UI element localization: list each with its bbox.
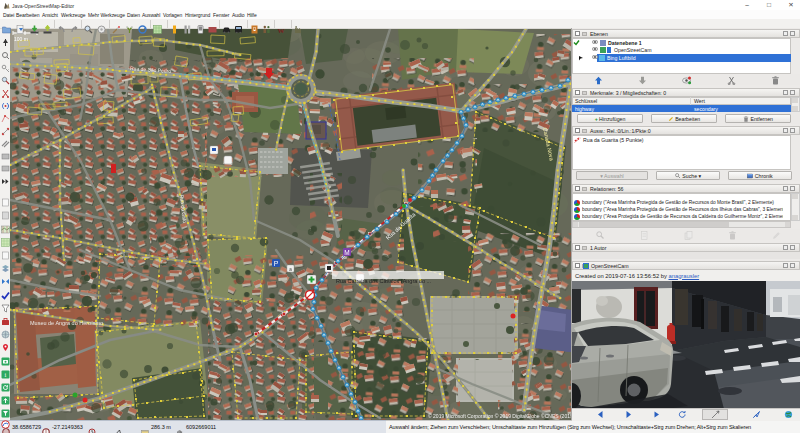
svg-text:W: W — [278, 26, 285, 34]
svg-text:Rua Carreira dos Cavalos (Angr: Rua Carreira dos Cavalos (Angra do ... — [336, 278, 432, 284]
svg-text:Museu de Angra do Heroísmo: Museu de Angra do Heroísmo — [30, 320, 103, 326]
svg-text:100 m: 100 m — [14, 36, 28, 42]
svg-text:M: M — [344, 249, 349, 256]
svg-text:P: P — [274, 260, 279, 267]
svg-text:i: i — [4, 371, 6, 378]
svg-text:© 2019 Microsoft Corporation ©: © 2019 Microsoft Corporation © 2019 Digi… — [428, 413, 571, 419]
